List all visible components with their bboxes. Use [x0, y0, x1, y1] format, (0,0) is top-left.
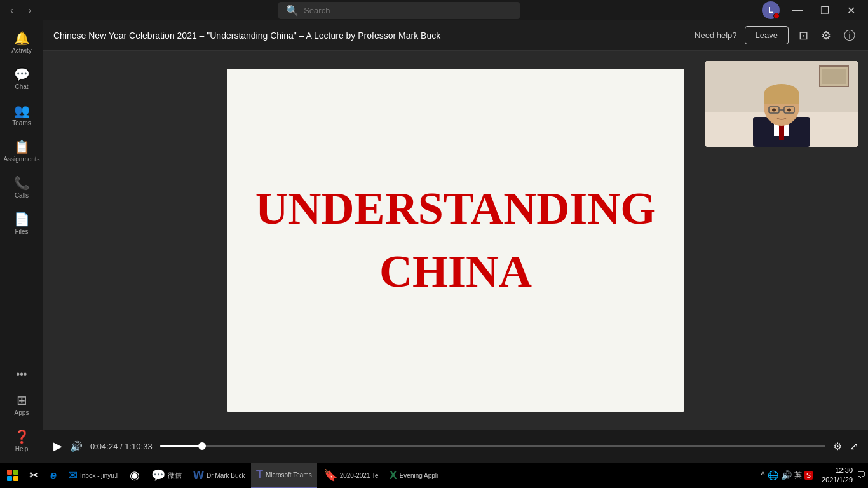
chrome-icon: ◉: [130, 468, 140, 482]
system-tray: ^ 🌐 🔊 英 S: [756, 470, 818, 481]
avatar-status-badge: [773, 13, 780, 19]
bookmark-icon: 🔖: [323, 468, 337, 482]
taskbar-outlook[interactable]: ✉ Inbox - jinyu.li...: [63, 463, 123, 488]
word-icon: W: [193, 469, 204, 482]
taskbar-wechat[interactable]: 💬 微信: [146, 463, 187, 488]
maximize-button[interactable]: ❐: [813, 2, 837, 19]
sidebar-item-assignments[interactable]: 📋 Assignments: [3, 134, 41, 168]
activity-icon: 🔔: [14, 30, 30, 46]
windows-icon: [7, 470, 18, 481]
window-controls: — ❐ ✕: [785, 2, 863, 19]
start-button[interactable]: [3, 465, 23, 485]
total-time: 1:10:33: [125, 442, 152, 451]
search-icon: 🔍: [286, 4, 299, 17]
video-area: UNDERSTANDING CHINA: [43, 51, 868, 430]
participant-video-inner: [705, 61, 858, 147]
outlook-icon: ✉: [68, 468, 78, 482]
sidebar-item-help[interactable]: ❓ Help: [3, 424, 41, 458]
search-bar[interactable]: 🔍: [278, 2, 520, 19]
sidebar-label-assignments: Assignments: [3, 156, 39, 163]
share-screen-icon[interactable]: ⊡: [796, 26, 811, 45]
calls-icon: 📞: [14, 175, 30, 191]
close-button[interactable]: ✕: [839, 2, 863, 19]
taskbar-word[interactable]: W Dr Mark Buck l...: [188, 463, 250, 488]
sidebar-item-calls[interactable]: 📞 Calls: [3, 170, 41, 204]
search-input[interactable]: [304, 6, 512, 15]
slide-line2: CHINA: [379, 247, 532, 297]
slide-container: UNDERSTANDING CHINA: [227, 69, 684, 412]
more-icon: •••: [17, 369, 27, 380]
tray-language-icon[interactable]: 英: [794, 470, 802, 481]
taskbar-clock[interactable]: 12:30 2021/1/29: [819, 466, 855, 485]
sidebar-item-apps[interactable]: ⊞ Apps: [3, 388, 41, 421]
need-help-label: Need help?: [695, 30, 737, 40]
leave-button[interactable]: Leave: [745, 26, 789, 44]
taskbar-date-display: 2021/1/29: [822, 475, 853, 485]
teams-taskbar-icon: T: [256, 468, 263, 482]
apps-icon: ⊞: [17, 393, 27, 408]
info-icon[interactable]: ⓘ: [841, 25, 858, 46]
progress-fill: [160, 445, 202, 447]
files-icon: 📄: [14, 212, 30, 227]
taskbar-snipping-tool[interactable]: ✂: [24, 463, 44, 488]
taskbar-chrome[interactable]: ◉: [125, 463, 145, 488]
playback-settings-button[interactable]: ⚙: [833, 440, 842, 452]
svg-point-13: [772, 109, 776, 112]
svg-rect-9: [764, 94, 799, 104]
sidebar: 🔔 Activity 💬 Chat 👥 Teams 📋 Assignments …: [0, 20, 43, 463]
edge-icon: e: [50, 469, 57, 482]
meeting-title: Chinese New Year Celebration 2021 – "Und…: [53, 30, 440, 41]
minimize-button[interactable]: —: [785, 2, 810, 19]
current-time: 0:04:24: [90, 442, 118, 451]
participant-video: [705, 61, 858, 147]
taskbar: ✂ e ✉ Inbox - jinyu.li... ◉ 💬 微信 W Dr Ma…: [0, 463, 868, 488]
sidebar-item-files[interactable]: 📄 Files: [3, 207, 41, 240]
sidebar-item-chat[interactable]: 💬 Chat: [3, 62, 41, 95]
tray-network-icon[interactable]: 🌐: [768, 470, 778, 480]
volume-button[interactable]: 🔊: [70, 440, 83, 452]
taskbar-teams[interactable]: T Microsoft Teams: [251, 463, 317, 488]
taskbar-bookmark[interactable]: 🔖 2020-2021 Ter...: [318, 463, 383, 488]
taskbar-word-label: Dr Mark Buck l...: [207, 472, 245, 479]
sidebar-item-more[interactable]: •••: [3, 363, 41, 385]
sidebar-label-chat: Chat: [15, 83, 28, 90]
avatar[interactable]: L: [762, 1, 780, 19]
nav-buttons: ‹ ›: [5, 3, 36, 18]
sidebar-item-teams[interactable]: 👥 Teams: [3, 98, 41, 132]
chat-icon: 💬: [14, 67, 30, 82]
sidebar-item-activity[interactable]: 🔔 Activity: [3, 25, 41, 59]
sidebar-label-teams: Teams: [12, 119, 31, 126]
meeting-header: Chinese New Year Celebration 2021 – "Und…: [43, 20, 868, 51]
taskbar-teams-label: Microsoft Teams: [266, 471, 312, 478]
taskbar-excel[interactable]: X Evening Applic...: [384, 463, 443, 488]
sidebar-label-apps: Apps: [15, 409, 29, 416]
svg-point-14: [787, 109, 791, 112]
taskbar-outlook-label: Inbox - jinyu.li...: [80, 472, 118, 479]
taskbar-notification-icon[interactable]: 🗨: [857, 470, 865, 480]
fullscreen-button[interactable]: ⤢: [850, 440, 858, 452]
taskbar-wechat-label: 微信: [168, 471, 182, 480]
tray-chevron[interactable]: ^: [761, 470, 765, 480]
excel-icon: X: [390, 469, 397, 482]
settings-icon[interactable]: ⚙: [818, 26, 834, 45]
title-bar: ‹ › 🔍 L — ❐ ✕: [0, 0, 868, 20]
tray-ime-icon[interactable]: S: [804, 471, 813, 480]
nav-back-button[interactable]: ‹: [5, 3, 18, 18]
participant-figure: [705, 61, 858, 147]
assignments-icon: 📋: [14, 139, 30, 154]
taskbar-excel-label: Evening Applic...: [400, 472, 438, 479]
taskbar-edge[interactable]: e: [45, 463, 62, 488]
main-layout: 🔔 Activity 💬 Chat 👥 Teams 📋 Assignments …: [0, 20, 868, 463]
taskbar-bookmark-label: 2020-2021 Ter...: [340, 472, 378, 479]
slide-line1: UNDERSTANDING: [255, 184, 656, 234]
snipping-icon: ✂: [29, 468, 39, 482]
progress-thumb[interactable]: [198, 442, 206, 450]
time-display: 0:04:24 / 1:10:33: [90, 442, 153, 451]
tray-volume-icon[interactable]: 🔊: [781, 470, 792, 480]
playback-bar: ▶ 🔊 0:04:24 / 1:10:33 ⚙ ⤢: [43, 430, 868, 463]
svg-rect-3: [822, 69, 846, 84]
play-button[interactable]: ▶: [53, 439, 62, 453]
nav-forward-button[interactable]: ›: [24, 3, 37, 18]
progress-track[interactable]: [160, 445, 825, 447]
teams-icon: 👥: [14, 103, 30, 118]
